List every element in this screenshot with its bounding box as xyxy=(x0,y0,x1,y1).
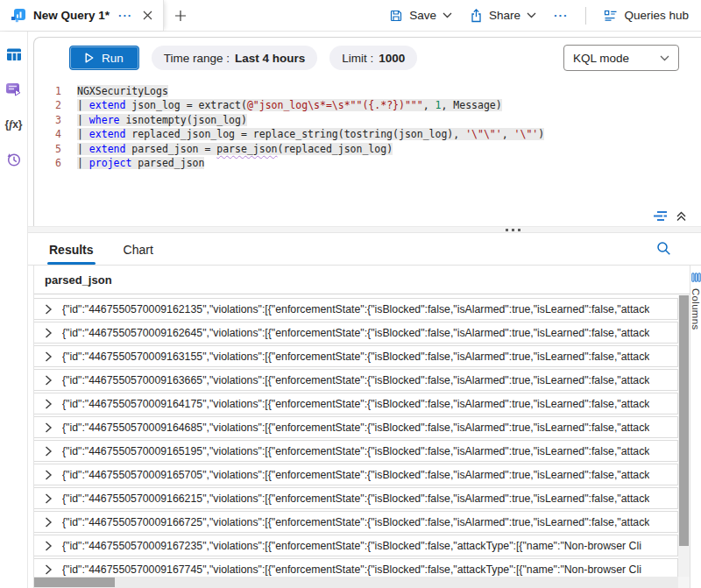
line-number: 5 xyxy=(34,142,61,156)
table-row[interactable]: {"id":"4467550570009165195","violations"… xyxy=(34,440,678,462)
save-icon xyxy=(389,9,403,23)
row-expand-icon[interactable] xyxy=(45,446,53,457)
column-header-parsed-json[interactable]: parsed_json xyxy=(34,266,690,294)
save-button[interactable]: Save xyxy=(389,9,452,23)
line-number: 3 xyxy=(34,113,61,127)
kql-mode-value: KQL mode xyxy=(573,52,629,65)
tab-chart[interactable]: Chart xyxy=(122,243,155,265)
app-logo-icon xyxy=(11,8,26,24)
tab-more-icon[interactable]: ··· xyxy=(117,9,134,22)
row-expand-icon[interactable] xyxy=(45,399,53,409)
collapse-panel-icon[interactable] xyxy=(676,210,687,222)
new-tab-button[interactable] xyxy=(164,0,197,31)
table-row[interactable]: {"id":"4467550570009165705","violations"… xyxy=(34,464,678,485)
active-tab-underline xyxy=(47,262,96,265)
history-tool-icon[interactable] xyxy=(5,151,23,168)
row-expand-icon[interactable] xyxy=(45,470,53,480)
share-label: Share xyxy=(489,9,520,22)
plus-icon xyxy=(174,10,187,22)
row-expand-icon[interactable] xyxy=(45,493,53,504)
play-icon xyxy=(85,53,94,63)
row-json-text: {"id":"4467550570009164175","violations"… xyxy=(62,398,649,410)
tab-title: New Query 1* xyxy=(33,9,110,22)
panel-splitter[interactable] xyxy=(28,226,701,233)
row-json-text: {"id":"4467550570009163155","violations"… xyxy=(62,351,649,363)
query-tab[interactable]: New Query 1* ··· xyxy=(0,0,164,31)
query-editor-card: Run Time range : Last 4 hours Limit : 10… xyxy=(33,37,701,226)
results-panel: Results Chart parsed_json {"id":"4467550… xyxy=(28,233,701,588)
line-number: 2 xyxy=(34,98,61,112)
row-json-text: {"id":"4467550570009166725","violations"… xyxy=(62,516,649,528)
chevron-down-icon xyxy=(443,12,452,18)
tab-results-label: Results xyxy=(49,243,94,257)
results-table: parsed_json {"id":"4467550570009162135",… xyxy=(33,266,690,588)
time-range-pill[interactable]: Time range : Last 4 hours xyxy=(152,46,318,70)
kql-mode-select[interactable]: KQL mode xyxy=(563,45,679,71)
code-line: | extend json_log = extract(@"json_log\s… xyxy=(77,98,701,112)
tab-bar: New Query 1* ··· Save Share ··· xyxy=(0,0,701,32)
row-json-text: {"id":"4467550570009162135","violations"… xyxy=(62,303,649,315)
kql-code-editor[interactable]: 123456 NGXSecurityLogs| extend json_log … xyxy=(34,78,701,170)
code-line: | extend replaced_json_log = replace_str… xyxy=(77,127,701,141)
results-tabs: Results Chart xyxy=(28,233,701,266)
queries-hub-icon xyxy=(604,9,618,23)
app-window: New Query 1* ··· Save Share ··· xyxy=(0,0,701,588)
wrap-lines-icon[interactable] xyxy=(653,210,668,222)
table-row[interactable]: {"id":"4467550570009164685","violations"… xyxy=(34,416,678,438)
function-tool-icon[interactable]: {fx} xyxy=(5,116,23,133)
share-button[interactable]: Share xyxy=(470,9,536,23)
row-expand-icon[interactable] xyxy=(45,564,53,575)
share-icon xyxy=(470,9,483,23)
horizontal-scrollbar[interactable] xyxy=(34,577,678,588)
row-json-text: {"id":"4467550570009163665","violations"… xyxy=(62,374,649,386)
left-rail: {fx} xyxy=(0,32,28,588)
table-row[interactable]: {"id":"4467550570009167745","violations"… xyxy=(34,558,678,577)
vertical-scrollbar-thumb[interactable] xyxy=(679,295,689,546)
limit-pill[interactable]: Limit : 1000 xyxy=(329,46,417,70)
search-icon[interactable] xyxy=(656,241,671,256)
table-tool-icon[interactable] xyxy=(5,46,23,63)
time-range-label: Time range : xyxy=(164,52,230,65)
chevron-down-icon xyxy=(527,12,536,18)
code-line: NGXSecurityLogs xyxy=(77,84,701,98)
tab-close-icon[interactable] xyxy=(141,11,154,20)
table-row[interactable]: {"id":"4467550570009164175","violations"… xyxy=(34,393,678,414)
columns-panel-label: Columns xyxy=(690,288,701,329)
editor-gutter: 123456 xyxy=(34,84,66,170)
saved-scripts-tool-icon[interactable] xyxy=(5,81,23,98)
row-json-text: {"id":"4467550570009162645","violations"… xyxy=(62,327,649,339)
columns-side-panel-tab[interactable]: Columns xyxy=(690,266,701,588)
save-label: Save xyxy=(409,9,436,22)
tab-results[interactable]: Results xyxy=(47,243,96,265)
table-row[interactable]: {"id":"4467550570009162135","violations"… xyxy=(34,298,678,320)
run-label: Run xyxy=(102,52,124,65)
chevron-down-icon xyxy=(660,55,669,61)
table-row[interactable]: {"id":"4467550570009162645","violations"… xyxy=(34,322,678,344)
row-expand-icon[interactable] xyxy=(45,304,53,315)
row-json-text: {"id":"4467550570009167745","violations"… xyxy=(62,563,641,576)
line-number: 6 xyxy=(34,156,61,170)
row-json-text: {"id":"4467550570009165705","violations"… xyxy=(62,469,649,481)
horizontal-scrollbar-thumb[interactable] xyxy=(34,577,115,587)
more-actions-button[interactable]: ··· xyxy=(554,9,569,22)
run-button[interactable]: Run xyxy=(69,46,139,70)
table-row[interactable]: {"id":"4467550570009163155","violations"… xyxy=(34,345,678,367)
table-row[interactable]: {"id":"4467550570009167235","violations"… xyxy=(34,535,678,556)
row-expand-icon[interactable] xyxy=(45,517,53,528)
table-row[interactable]: {"id":"4467550570009166215","violations"… xyxy=(34,487,678,509)
row-expand-icon[interactable] xyxy=(45,422,53,433)
line-number: 1 xyxy=(34,84,61,98)
query-toolbar: Run Time range : Last 4 hours Limit : 10… xyxy=(34,38,701,78)
row-json-text: {"id":"4467550570009164685","violations"… xyxy=(62,422,649,434)
table-row[interactable]: {"id":"4467550570009166725","violations"… xyxy=(34,511,678,533)
vertical-scrollbar[interactable] xyxy=(678,295,690,577)
top-actions: Save Share ··· Queries hub xyxy=(389,0,701,31)
table-rows: {"id":"4467550570009162135","violations"… xyxy=(34,295,678,577)
queries-hub-button[interactable]: Queries hub xyxy=(604,9,689,23)
row-expand-icon[interactable] xyxy=(45,541,53,551)
table-row[interactable]: {"id":"4467550570009163665","violations"… xyxy=(34,369,678,391)
row-expand-icon[interactable] xyxy=(45,375,53,386)
row-expand-icon[interactable] xyxy=(45,328,53,338)
row-expand-icon[interactable] xyxy=(45,351,53,362)
row-json-text: {"id":"4467550570009165195","violations"… xyxy=(62,445,649,457)
